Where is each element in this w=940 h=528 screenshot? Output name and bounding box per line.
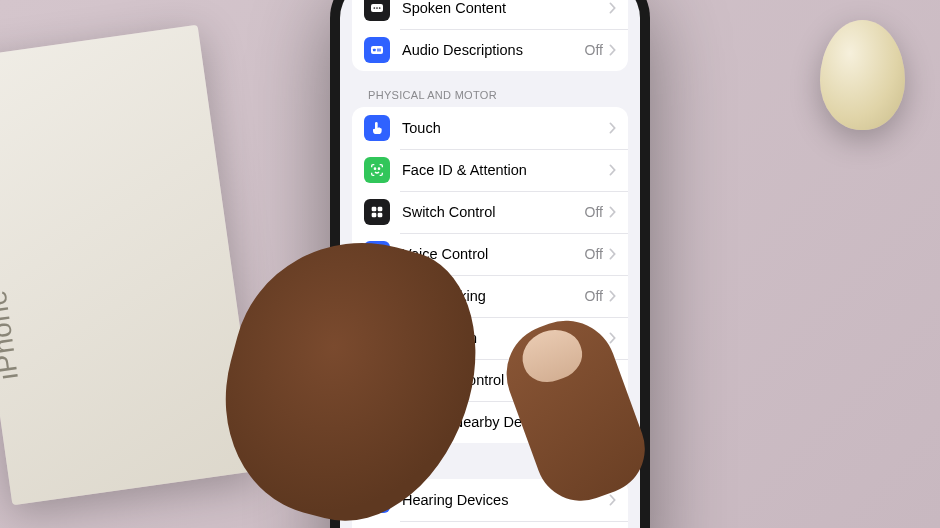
row-label: Camera Control [402, 372, 609, 388]
svg-rect-22 [374, 332, 381, 344]
phone-screen: MotionSpoken ContentAudio DescriptionsOf… [340, 0, 640, 528]
ear-icon [364, 487, 390, 513]
chevron-right-icon [609, 248, 616, 260]
svg-rect-16 [375, 251, 376, 258]
svg-point-9 [374, 168, 375, 169]
chevron-right-icon [609, 290, 616, 302]
row-value: Off [585, 204, 603, 220]
svg-point-3 [376, 7, 378, 9]
phone-frame: MotionSpoken ContentAudio DescriptionsOf… [330, 0, 650, 528]
settings-row-touch[interactable]: Touch [352, 107, 628, 149]
row-value: Off [585, 246, 603, 262]
group-hearing: Hearing DevicesHearing Control CentreSou… [352, 479, 628, 528]
svg-rect-17 [378, 249, 379, 258]
row-label: Side Button [402, 330, 609, 346]
row-label: Spoken Content [402, 0, 609, 16]
row-label: Eye Tracking [402, 288, 585, 304]
settings-row-audiodesc[interactable]: Audio DescriptionsOff [352, 29, 628, 71]
faceid-icon [364, 157, 390, 183]
row-label: Switch Control [402, 204, 585, 220]
chevron-right-icon [609, 2, 616, 14]
settings-row-voice[interactable]: Voice ControlOff [352, 233, 628, 275]
spoken-icon [364, 0, 390, 21]
chevron-right-icon [609, 44, 616, 56]
svg-point-4 [379, 7, 381, 9]
svg-rect-5 [371, 46, 383, 54]
settings-row-eye[interactable]: Eye TrackingOff [352, 275, 628, 317]
chevron-right-icon [609, 122, 616, 134]
svg-rect-23 [381, 335, 382, 338]
chevron-right-icon [609, 206, 616, 218]
row-label: Control Nearby Devices [402, 414, 609, 430]
group-vision-tail: MotionSpoken ContentAudio DescriptionsOf… [352, 0, 628, 71]
row-label: Touch [402, 120, 609, 136]
chevron-right-icon [609, 164, 616, 176]
egg-prop [820, 20, 905, 130]
svg-rect-8 [377, 50, 381, 51]
sidebtn-icon [364, 325, 390, 351]
row-label: Audio Descriptions [402, 42, 585, 58]
settings-row-camera[interactable]: Camera Control [352, 359, 628, 401]
chevron-right-icon [609, 416, 616, 428]
camera-icon [364, 367, 390, 393]
svg-point-10 [378, 168, 379, 169]
row-value: Off [585, 42, 603, 58]
settings-row-switch[interactable]: Switch ControlOff [352, 191, 628, 233]
chevron-right-icon [609, 494, 616, 506]
svg-rect-7 [377, 49, 381, 50]
settings-row-spoken[interactable]: Spoken Content [352, 0, 628, 29]
svg-rect-13 [372, 213, 377, 218]
svg-point-2 [373, 7, 375, 9]
svg-point-21 [376, 295, 378, 297]
svg-rect-18 [380, 252, 381, 256]
settings-row-faceid[interactable]: Face ID & Attention [352, 149, 628, 191]
section-header-physical: PHYSICAL AND MOTOR [340, 71, 640, 107]
svg-rect-14 [378, 213, 383, 218]
settings-row-hearingcc[interactable]: Hearing Control Centre [352, 521, 628, 528]
audiodesc-icon [364, 37, 390, 63]
touch-icon [364, 115, 390, 141]
svg-rect-11 [372, 207, 377, 212]
row-label: Hearing Devices [402, 492, 609, 508]
row-label: Face ID & Attention [402, 162, 609, 178]
nearby-icon [364, 409, 390, 435]
section-header-hearing: HEARING [340, 443, 640, 479]
eye-icon [364, 283, 390, 309]
row-label: Voice Control [402, 246, 585, 262]
chevron-right-icon [609, 374, 616, 386]
chevron-right-icon [609, 332, 616, 344]
switch-icon [364, 199, 390, 225]
settings-row-sidebtn[interactable]: Side Button [352, 317, 628, 359]
settings-scroll[interactable]: MotionSpoken ContentAudio DescriptionsOf… [340, 0, 640, 528]
row-value: Off [585, 288, 603, 304]
iphone-box-prop [0, 25, 260, 505]
voice-icon [364, 241, 390, 267]
settings-row-ear[interactable]: Hearing Devices [352, 479, 628, 521]
svg-rect-6 [373, 49, 376, 52]
settings-row-nearby[interactable]: Control Nearby Devices [352, 401, 628, 443]
group-physical: TouchFace ID & AttentionSwitch ControlOf… [352, 107, 628, 443]
svg-point-25 [376, 376, 379, 379]
svg-rect-12 [378, 207, 383, 212]
svg-rect-26 [374, 417, 379, 426]
svg-rect-15 [372, 253, 373, 256]
